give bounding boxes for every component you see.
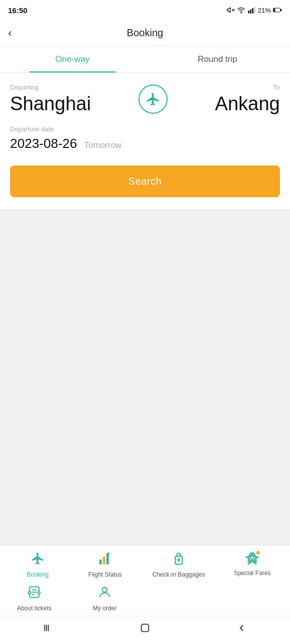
svg-rect-4	[250, 10, 252, 14]
wifi-icon	[237, 6, 246, 14]
svg-rect-28	[48, 625, 49, 631]
route-row: Departing Shanghai To Ankang	[10, 83, 280, 115]
my-order-icon	[98, 585, 112, 603]
android-back-button[interactable]	[236, 622, 247, 636]
svg-rect-12	[106, 554, 109, 565]
about-tickets-label: About tickets	[17, 605, 52, 612]
svg-rect-27	[46, 625, 47, 631]
tab-bar: One-way Round trip	[0, 46, 290, 73]
swap-icon-wrapper[interactable]	[137, 83, 169, 115]
svg-point-2	[241, 13, 241, 13]
battery-level: 21%	[258, 7, 271, 14]
departure-label: Departure date	[10, 125, 280, 133]
android-home-button[interactable]	[139, 622, 151, 636]
svg-point-25	[102, 588, 107, 592]
main-content: Departing Shanghai To Ankang Departure d…	[0, 73, 290, 209]
departure-day: Tomorrow	[84, 140, 122, 150]
svg-rect-9	[273, 9, 275, 12]
battery-icon	[273, 7, 282, 14]
mute-icon	[227, 6, 235, 14]
nav-item-checkin-baggages[interactable]: Check-in Baggages	[153, 551, 205, 578]
svg-rect-26	[44, 625, 45, 631]
special-fares-icon-wrap	[245, 551, 259, 568]
svg-rect-29	[141, 624, 149, 632]
status-icons: 21%	[227, 6, 282, 14]
svg-rect-10	[99, 559, 102, 564]
svg-rect-11	[103, 557, 105, 565]
booking-icon	[31, 551, 45, 569]
departure-date: 2023-08-26	[10, 136, 77, 151]
special-fares-badge	[256, 550, 260, 555]
airplane-icon	[146, 92, 161, 107]
checkin-baggages-icon	[172, 551, 186, 569]
search-button[interactable]: Search	[10, 166, 280, 197]
departing-label: Departing	[10, 84, 91, 91]
tab-one-way[interactable]: One-way	[0, 46, 145, 72]
android-menu-button[interactable]	[43, 622, 54, 636]
back-button[interactable]: ‹	[8, 27, 12, 40]
nav-item-flight-status[interactable]: Flight Status	[85, 551, 125, 578]
header: ‹ Booking	[0, 20, 290, 46]
booking-label: Booking	[27, 571, 48, 578]
checkin-baggages-label: Check-in Baggages	[153, 571, 205, 578]
route-to[interactable]: To Ankang	[215, 84, 280, 115]
tab-round-trip[interactable]: Round trip	[145, 46, 290, 72]
page-title: Booking	[127, 27, 163, 39]
svg-rect-5	[252, 8, 254, 14]
bottom-nav: Booking Flight Status	[0, 545, 290, 616]
svg-rect-3	[248, 11, 250, 13]
from-city: Shanghai	[10, 93, 91, 115]
svg-point-24	[38, 592, 40, 594]
status-bar: 16:50 21%	[0, 0, 290, 20]
nav-item-my-order[interactable]: My order	[85, 585, 125, 612]
gray-area	[0, 209, 290, 545]
departure-date-row[interactable]: 2023-08-26 Tomorrow	[10, 136, 280, 151]
nav-item-about-tickets[interactable]: About tickets	[14, 585, 54, 612]
to-city: Ankang	[215, 93, 280, 115]
status-time: 16:50	[8, 6, 27, 15]
to-label: To	[215, 84, 280, 91]
nav-row-2: About tickets My order	[0, 585, 290, 612]
svg-point-23	[28, 592, 31, 594]
flight-status-label: Flight Status	[88, 571, 122, 578]
special-fares-label: Special Fares	[234, 570, 270, 577]
flight-status-icon	[98, 551, 112, 569]
nav-row-1: Booking Flight Status	[0, 551, 290, 578]
plane-icon	[138, 85, 168, 114]
my-order-label: My order	[93, 605, 116, 612]
nav-item-special-fares[interactable]: Special Fares	[232, 551, 272, 577]
svg-rect-8	[280, 9, 282, 11]
svg-rect-6	[254, 7, 256, 13]
about-tickets-icon	[27, 585, 41, 603]
signal-icon	[248, 6, 256, 14]
route-from[interactable]: Departing Shanghai	[10, 84, 91, 115]
android-nav-bar	[0, 616, 290, 644]
nav-item-booking[interactable]: Booking	[18, 551, 58, 578]
